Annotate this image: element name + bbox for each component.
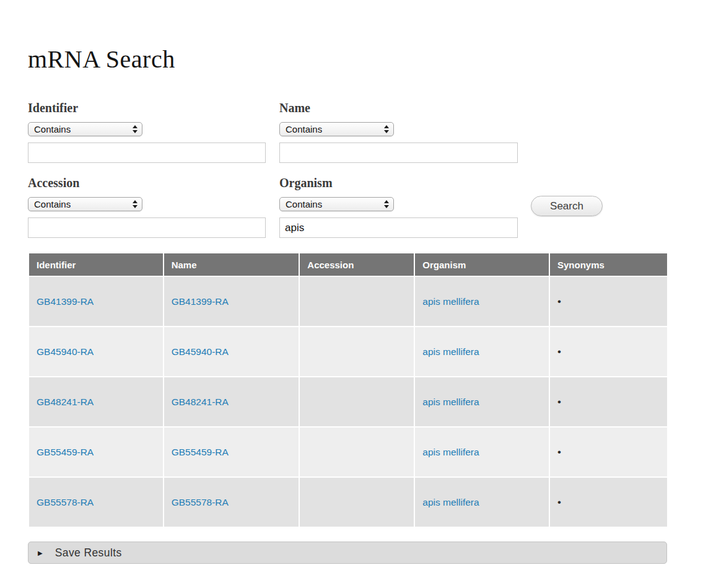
save-results-toggle[interactable]: ▶ Save Results — [28, 542, 667, 564]
search-button[interactable]: Search — [531, 196, 603, 216]
identifier-link[interactable]: GB48241-RA — [37, 397, 94, 407]
accession-input[interactable] — [28, 217, 266, 238]
organism-link[interactable]: apis mellifera — [422, 397, 479, 407]
table-row: GB45940-RA GB45940-RA apis mellifera • — [29, 327, 667, 376]
column-header-synonyms: Synonyms — [550, 253, 667, 276]
column-header-identifier: Identifier — [29, 253, 163, 276]
results-table: Identifier Name Accession Organism Synon… — [28, 252, 668, 528]
identifier-operator-select[interactable]: Contains — [28, 122, 142, 136]
name-operator-value: Contains — [286, 124, 384, 134]
synonym-bullet: • — [557, 496, 561, 508]
organism-link[interactable]: apis mellifera — [422, 296, 479, 307]
column-header-name: Name — [164, 253, 299, 276]
identifier-link[interactable]: GB45940-RA — [37, 346, 94, 357]
filter-form: Identifier Contains Name Contains Access… — [28, 101, 668, 251]
identifier-operator-value: Contains — [34, 124, 133, 134]
organism-input[interactable] — [279, 217, 518, 238]
page-content: mRNA Search Identifier Contains Name Con… — [28, 0, 668, 564]
accession-cell — [300, 377, 414, 426]
stepper-arrows-icon — [384, 125, 389, 133]
accession-filter-group: Accession Contains — [28, 176, 266, 238]
identifier-label: Identifier — [28, 101, 266, 115]
name-filter-group: Name Contains — [279, 101, 518, 163]
name-link[interactable]: GB48241-RA — [172, 397, 229, 407]
synonym-bullet: • — [557, 346, 561, 358]
page-title: mRNA Search — [28, 45, 668, 74]
identifier-link[interactable]: GB41399-RA — [37, 296, 94, 307]
identifier-link[interactable]: GB55578-RA — [37, 497, 94, 507]
name-operator-select[interactable]: Contains — [279, 122, 394, 136]
identifier-link[interactable]: GB55459-RA — [37, 447, 94, 457]
table-row: GB55459-RA GB55459-RA apis mellifera • — [29, 428, 667, 476]
save-results-label: Save Results — [55, 546, 122, 559]
accession-cell — [300, 277, 414, 326]
synonym-bullet: • — [557, 446, 561, 458]
organism-link[interactable]: apis mellifera — [422, 447, 479, 457]
organism-operator-value: Contains — [286, 199, 384, 209]
table-header-row: Identifier Name Accession Organism Synon… — [29, 253, 667, 276]
column-header-organism: Organism — [415, 253, 549, 276]
accession-label: Accession — [28, 176, 266, 190]
name-input[interactable] — [279, 143, 518, 163]
accession-operator-value: Contains — [34, 199, 133, 209]
column-header-accession: Accession — [300, 253, 414, 276]
accession-operator-select[interactable]: Contains — [28, 197, 142, 211]
identifier-input[interactable] — [28, 143, 266, 163]
organism-operator-select[interactable]: Contains — [279, 197, 394, 211]
name-link[interactable]: GB41399-RA — [172, 296, 229, 307]
name-label: Name — [279, 101, 518, 115]
name-link[interactable]: GB55459-RA — [172, 447, 229, 457]
synonym-bullet: • — [557, 396, 561, 408]
identifier-filter-group: Identifier Contains — [28, 101, 266, 163]
organism-label: Organism — [279, 176, 518, 190]
name-link[interactable]: GB45940-RA — [172, 346, 229, 357]
organism-link[interactable]: apis mellifera — [422, 346, 479, 357]
accession-cell — [300, 327, 414, 376]
synonym-bullet: • — [557, 296, 561, 307]
stepper-arrows-icon — [133, 200, 138, 208]
accession-cell — [300, 478, 414, 527]
table-row: GB55578-RA GB55578-RA apis mellifera • — [29, 478, 667, 527]
expand-triangle-icon: ▶ — [38, 550, 43, 556]
stepper-arrows-icon — [384, 200, 389, 208]
search-button-container: Search — [531, 176, 603, 251]
table-row: GB41399-RA GB41399-RA apis mellifera • — [29, 277, 667, 326]
organism-link[interactable]: apis mellifera — [422, 497, 479, 507]
table-row: GB48241-RA GB48241-RA apis mellifera • — [29, 377, 667, 426]
stepper-arrows-icon — [133, 125, 138, 133]
organism-filter-group: Organism Contains — [279, 176, 518, 238]
name-link[interactable]: GB55578-RA — [172, 497, 229, 507]
accession-cell — [300, 428, 414, 476]
